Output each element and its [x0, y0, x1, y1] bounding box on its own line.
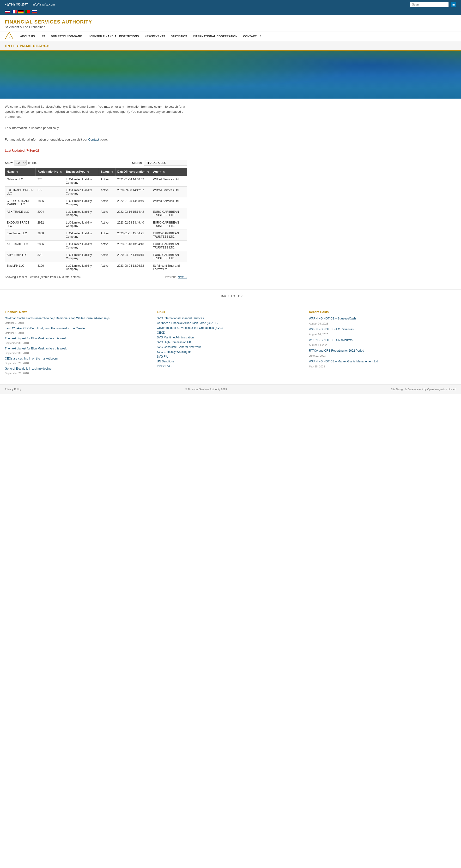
intro-paragraph-3: For any additional information or enquir… — [5, 137, 187, 142]
cell-agent: EURO-CARIBBEAN TRUSTEES LTD. — [151, 219, 187, 229]
flag-de[interactable] — [18, 10, 24, 13]
post-link[interactable]: WARNING NOTICE – SqueezeCash — [309, 317, 456, 321]
footer-link[interactable]: UN Sanctions — [157, 360, 304, 363]
flag-pt[interactable] — [25, 10, 30, 13]
back-to-top: ↑ BACK TO TOP — [0, 289, 461, 303]
footer-link[interactable]: SVG Consulate General New York — [157, 345, 304, 349]
news-link[interactable]: The next big test for Elon Musk arrives … — [5, 337, 152, 340]
cell-agent: Wilfred Services Ltd. — [151, 197, 187, 208]
financial-news-list: Goldman Sachs slants research to help De… — [5, 317, 152, 375]
sort-status-icon: ⇅ — [111, 171, 113, 173]
flag-ru[interactable] — [32, 10, 37, 13]
recent-posts-title: Recent Posts — [309, 310, 456, 314]
nav-item-licensed-fi[interactable]: LICENSED FINANCIAL INSTITUTIONS — [85, 31, 142, 41]
flag-uk[interactable] — [5, 10, 10, 13]
footer-link[interactable]: Caribbean Financial Action Task Force (C… — [157, 321, 304, 325]
links-title: Links — [157, 310, 304, 314]
sort-regno-icon: ⇅ — [60, 171, 62, 173]
header-search-input[interactable] — [410, 2, 449, 7]
footer-link[interactable]: SVG Embassy Washington — [157, 350, 304, 353]
cell-status: Active — [99, 229, 115, 240]
cell-reg-no: 2858 — [35, 229, 64, 240]
nav-item-about-us[interactable]: ABOUT US — [17, 31, 38, 41]
cell-status: Active — [99, 262, 115, 273]
sort-biz-icon: ⇅ — [87, 171, 89, 173]
show-label: Show — [5, 161, 13, 164]
top-bar-right: in — [410, 2, 456, 7]
news-link[interactable]: The next big test for Elon Musk arrives … — [5, 347, 152, 350]
next-page[interactable]: Next → — [178, 275, 187, 279]
contact-link[interactable]: Contact — [88, 138, 99, 141]
search-label: Search: — [132, 161, 143, 164]
cell-business-type: LLC-Limited Liability Company — [64, 197, 99, 208]
cell-agent: Wilfred Services Ltd. — [151, 186, 187, 197]
footer-link[interactable]: SVG High Commission UK — [157, 341, 304, 344]
privacy-policy-link[interactable]: Privacy Policy — [5, 388, 21, 391]
cell-business-type: LLC-Limited Liability Company — [64, 262, 99, 273]
cell-date: 2022-01-25 14:28:49 — [115, 197, 151, 208]
news-link[interactable]: CEOs are cashing in on the market boom — [5, 357, 152, 360]
news-link[interactable]: Land O'Lakes CEO Beth Ford, from the cor… — [5, 327, 152, 330]
table-info: Showing 1 to 9 of 9 entries (filtered fr… — [5, 275, 81, 279]
table-row: Oxtrade LLC 775 LLC-Limited Liability Co… — [5, 176, 187, 187]
intro-paragraph-1: Welcome to the Financial Services Author… — [5, 104, 187, 119]
sort-date-icon: ⇅ — [147, 171, 149, 173]
col-agent[interactable]: Agent ⇅ — [151, 168, 187, 176]
entity-table: Name ⇅ RegistrationNo ⇅ BusinessType ⇅ S… — [5, 168, 187, 273]
entries-select[interactable]: 10 25 50 100 — [14, 160, 27, 165]
nav-item-ifs[interactable]: IFS — [38, 31, 48, 41]
entity-search-bar: ENTITY NAME SEARCH — [0, 41, 461, 51]
table-row: AXI TRADE LLC 2836 LLC-Limited Liability… — [5, 240, 187, 251]
footer-link[interactable]: SVG FIU — [157, 355, 304, 358]
footer-link[interactable]: Invest SVG — [157, 365, 304, 368]
table-search-input[interactable] — [144, 160, 187, 166]
news-link[interactable]: Goldman Sachs slants research to help De… — [5, 317, 152, 320]
table-row: G FOREX TRADE MARKET LLC 1825 LLC-Limite… — [5, 197, 187, 208]
col-business-type[interactable]: BusinessType ⇅ — [64, 168, 99, 176]
cell-agent: EURO-CARIBBEAN TRUSTEES LTD. — [151, 251, 187, 262]
svg-point-2 — [9, 37, 9, 38]
hero-overlay — [0, 51, 461, 99]
bottom-footer: Privacy Policy © Financial Services Auth… — [0, 384, 461, 394]
cell-name: G FOREX TRADE MARKET LLC — [5, 197, 35, 208]
post-link[interactable]: WARNING NOTICE- UNXMarkets — [309, 338, 456, 342]
nav-item-statistics[interactable]: STATISTICS — [168, 31, 190, 41]
col-name[interactable]: Name ⇅ — [5, 168, 35, 176]
flag-fr[interactable] — [11, 10, 17, 13]
post-link[interactable]: WARNING NOTICE – Market Giants Managemen… — [309, 360, 456, 364]
col-date[interactable]: DateOfIncorporation ⇅ — [115, 168, 151, 176]
col-reg-no[interactable]: RegistrationNo ⇅ — [35, 168, 64, 176]
list-item: FATCA and CRS Reporting for 2022 PeriodJ… — [309, 349, 456, 357]
footer-link[interactable]: SVG Maritime Administration — [157, 336, 304, 339]
list-item: CEOs are cashing in on the market boomSe… — [5, 357, 152, 365]
nav-item-news-events[interactable]: NEWS/EVENTS — [142, 31, 168, 41]
nav-item-contact-us[interactable]: CONTACT US — [240, 31, 264, 41]
cell-status: Active — [99, 197, 115, 208]
post-link[interactable]: FATCA and CRS Reporting for 2022 Period — [309, 349, 456, 353]
nav-item-intl-coop[interactable]: INTERNATIONAL COOPERATION — [190, 31, 240, 41]
main-content: Welcome to the Financial Services Author… — [0, 99, 192, 284]
cell-name: EXODUS TRADE LLC — [5, 219, 35, 229]
nav-item-domestic-non-bank[interactable]: DOMESTIC NON-BANK — [48, 31, 85, 41]
footer-link[interactable]: Government of St. Vincent & the Grenadin… — [157, 326, 304, 330]
news-link[interactable]: General Electric is in a sharp decline — [5, 367, 152, 370]
cell-reg-no: 3196 — [35, 262, 64, 273]
footer-link[interactable]: SVG International Financial Services — [157, 317, 304, 320]
linkedin-icon[interactable]: in — [451, 2, 456, 7]
footer-link[interactable]: OECD — [157, 331, 304, 334]
cell-agent: EURO-CARIBBEAN TRUSTEES LTD. — [151, 208, 187, 219]
back-to-top-link[interactable]: ↑ BACK TO TOP — [218, 294, 243, 298]
cell-date: 2021-01-04 14:46:02 — [115, 176, 151, 187]
col-status[interactable]: Status ⇅ — [99, 168, 115, 176]
email-address[interactable]: info@svgfsa.com — [33, 3, 55, 6]
post-link[interactable]: WARNING NOTICE- FX Revenues — [309, 328, 456, 332]
cell-agent: Wilfred Services Ltd. — [151, 176, 187, 187]
table-row: ABX TRADE LLC 2004 LLC-Limited Liability… — [5, 208, 187, 219]
table-row: IQX TRADE GROUP LLC 579 LLC-Limited Liab… — [5, 186, 187, 197]
cell-agent: St. Vincent Trust and Escrow Ltd — [151, 262, 187, 273]
cell-name: Oxtrade LLC — [5, 176, 35, 187]
prev-page[interactable]: ← Previous — [161, 275, 176, 279]
cell-date: 2022-03-16 15:14:42 — [115, 208, 151, 219]
list-item: WARNING NOTICE- UNXMarketsAugust 14, 202… — [309, 338, 456, 347]
phone-number: +1(784) 456-2577 — [5, 3, 28, 6]
